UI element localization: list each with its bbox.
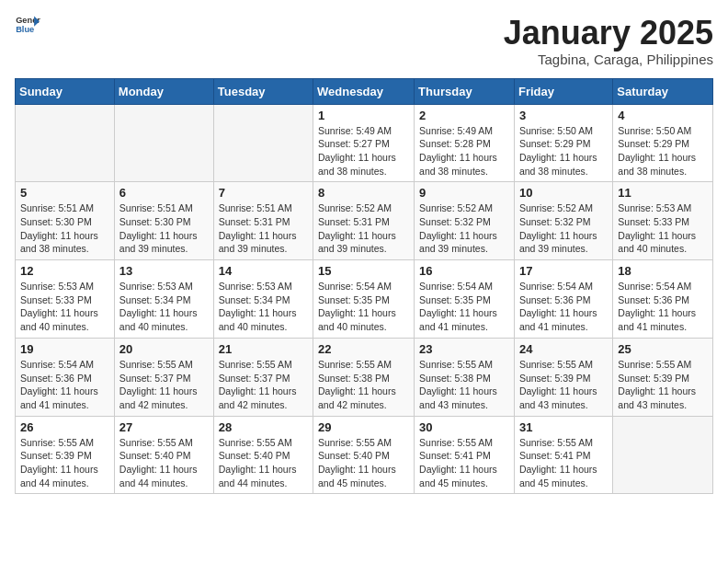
logo-icon: General Blue	[15, 15, 40, 33]
table-row: 25Sunrise: 5:55 AM Sunset: 5:39 PM Dayli…	[613, 338, 713, 416]
table-row: 7Sunrise: 5:51 AM Sunset: 5:31 PM Daylig…	[213, 182, 313, 260]
day-number: 25	[618, 342, 708, 356]
day-number: 19	[20, 342, 109, 356]
day-number: 21	[219, 342, 308, 356]
day-info: Sunrise: 5:54 AM Sunset: 5:36 PM Dayligh…	[20, 358, 109, 412]
day-number: 8	[318, 186, 409, 200]
table-row: 13Sunrise: 5:53 AM Sunset: 5:34 PM Dayli…	[114, 260, 213, 339]
day-number: 20	[119, 342, 209, 356]
day-info: Sunrise: 5:55 AM Sunset: 5:37 PM Dayligh…	[219, 358, 308, 412]
table-row: 11Sunrise: 5:53 AM Sunset: 5:33 PM Dayli…	[613, 182, 713, 260]
day-info: Sunrise: 5:55 AM Sunset: 5:39 PM Dayligh…	[20, 436, 109, 490]
table-row	[213, 104, 313, 182]
table-row	[613, 416, 713, 494]
table-row: 21Sunrise: 5:55 AM Sunset: 5:37 PM Dayli…	[213, 338, 313, 416]
logo: General Blue	[15, 15, 40, 33]
header-sunday: Sunday	[16, 78, 115, 104]
day-number: 5	[20, 186, 109, 200]
calendar-title: January 2025	[504, 15, 713, 52]
day-info: Sunrise: 5:53 AM Sunset: 5:34 PM Dayligh…	[219, 280, 308, 334]
day-number: 3	[519, 109, 608, 122]
day-info: Sunrise: 5:55 AM Sunset: 5:40 PM Dayligh…	[318, 436, 409, 490]
day-number: 6	[119, 186, 209, 200]
day-number: 12	[20, 264, 109, 278]
day-number: 24	[519, 342, 608, 356]
day-info: Sunrise: 5:52 AM Sunset: 5:31 PM Dayligh…	[318, 201, 409, 256]
table-row: 1Sunrise: 5:49 AM Sunset: 5:27 PM Daylig…	[313, 104, 415, 182]
day-info: Sunrise: 5:54 AM Sunset: 5:35 PM Dayligh…	[419, 280, 509, 334]
day-info: Sunrise: 5:51 AM Sunset: 5:30 PM Dayligh…	[20, 201, 109, 256]
day-info: Sunrise: 5:52 AM Sunset: 5:32 PM Dayligh…	[519, 201, 608, 256]
day-number: 7	[219, 186, 308, 200]
day-number: 29	[318, 420, 409, 434]
day-number: 28	[219, 420, 308, 434]
table-row: 18Sunrise: 5:54 AM Sunset: 5:36 PM Dayli…	[613, 260, 713, 339]
table-row: 24Sunrise: 5:55 AM Sunset: 5:39 PM Dayli…	[514, 338, 612, 416]
day-info: Sunrise: 5:53 AM Sunset: 5:34 PM Dayligh…	[119, 280, 209, 334]
day-number: 26	[20, 420, 109, 434]
day-number: 22	[318, 342, 409, 356]
day-info: Sunrise: 5:53 AM Sunset: 5:33 PM Dayligh…	[618, 201, 708, 256]
day-info: Sunrise: 5:55 AM Sunset: 5:38 PM Dayligh…	[318, 358, 409, 412]
table-row: 30Sunrise: 5:55 AM Sunset: 5:41 PM Dayli…	[415, 416, 515, 494]
day-info: Sunrise: 5:53 AM Sunset: 5:33 PM Dayligh…	[20, 280, 109, 334]
table-row: 28Sunrise: 5:55 AM Sunset: 5:40 PM Dayli…	[213, 416, 313, 494]
table-row: 12Sunrise: 5:53 AM Sunset: 5:33 PM Dayli…	[16, 260, 115, 339]
table-row: 4Sunrise: 5:50 AM Sunset: 5:29 PM Daylig…	[613, 104, 713, 182]
svg-text:Blue: Blue	[16, 25, 34, 33]
day-number: 13	[119, 264, 209, 278]
table-row: 29Sunrise: 5:55 AM Sunset: 5:40 PM Dayli…	[313, 416, 415, 494]
day-number: 27	[119, 420, 209, 434]
weekday-header-row: Sunday Monday Tuesday Wednesday Thursday…	[16, 78, 713, 104]
day-info: Sunrise: 5:51 AM Sunset: 5:30 PM Dayligh…	[119, 201, 209, 256]
calendar-week-row: 19Sunrise: 5:54 AM Sunset: 5:36 PM Dayli…	[16, 338, 713, 416]
table-row	[16, 104, 115, 182]
table-row: 10Sunrise: 5:52 AM Sunset: 5:32 PM Dayli…	[514, 182, 612, 260]
day-info: Sunrise: 5:55 AM Sunset: 5:38 PM Dayligh…	[419, 358, 509, 412]
day-info: Sunrise: 5:55 AM Sunset: 5:41 PM Dayligh…	[519, 436, 608, 490]
calendar-week-row: 12Sunrise: 5:53 AM Sunset: 5:33 PM Dayli…	[16, 260, 713, 339]
table-row: 15Sunrise: 5:54 AM Sunset: 5:35 PM Dayli…	[313, 260, 415, 339]
day-info: Sunrise: 5:55 AM Sunset: 5:41 PM Dayligh…	[419, 436, 509, 490]
day-info: Sunrise: 5:49 AM Sunset: 5:27 PM Dayligh…	[318, 124, 409, 178]
table-row: 3Sunrise: 5:50 AM Sunset: 5:29 PM Daylig…	[514, 104, 612, 182]
day-number: 17	[519, 264, 608, 278]
header-thursday: Thursday	[415, 78, 515, 104]
page-header: General Blue January 2025 Tagbina, Carag…	[15, 15, 713, 67]
day-info: Sunrise: 5:52 AM Sunset: 5:32 PM Dayligh…	[419, 201, 509, 256]
day-number: 4	[618, 109, 708, 122]
header-monday: Monday	[114, 78, 213, 104]
day-number: 31	[519, 420, 608, 434]
table-row: 2Sunrise: 5:49 AM Sunset: 5:28 PM Daylig…	[415, 104, 515, 182]
day-info: Sunrise: 5:55 AM Sunset: 5:40 PM Dayligh…	[219, 436, 308, 490]
calendar-subtitle: Tagbina, Caraga, Philippines	[504, 52, 713, 67]
table-row: 31Sunrise: 5:55 AM Sunset: 5:41 PM Dayli…	[514, 416, 612, 494]
table-row: 14Sunrise: 5:53 AM Sunset: 5:34 PM Dayli…	[213, 260, 313, 339]
day-number: 11	[618, 186, 708, 200]
header-friday: Friday	[514, 78, 612, 104]
day-number: 23	[419, 342, 509, 356]
day-number: 14	[219, 264, 308, 278]
day-info: Sunrise: 5:54 AM Sunset: 5:36 PM Dayligh…	[618, 280, 708, 334]
day-number: 10	[519, 186, 608, 200]
table-row: 17Sunrise: 5:54 AM Sunset: 5:36 PM Dayli…	[514, 260, 612, 339]
table-row: 22Sunrise: 5:55 AM Sunset: 5:38 PM Dayli…	[313, 338, 415, 416]
day-number: 16	[419, 264, 509, 278]
table-row: 8Sunrise: 5:52 AM Sunset: 5:31 PM Daylig…	[313, 182, 415, 260]
day-info: Sunrise: 5:50 AM Sunset: 5:29 PM Dayligh…	[519, 124, 608, 178]
table-row: 16Sunrise: 5:54 AM Sunset: 5:35 PM Dayli…	[415, 260, 515, 339]
day-number: 18	[618, 264, 708, 278]
table-row: 26Sunrise: 5:55 AM Sunset: 5:39 PM Dayli…	[16, 416, 115, 494]
table-row: 6Sunrise: 5:51 AM Sunset: 5:30 PM Daylig…	[114, 182, 213, 260]
table-row: 9Sunrise: 5:52 AM Sunset: 5:32 PM Daylig…	[415, 182, 515, 260]
table-row: 19Sunrise: 5:54 AM Sunset: 5:36 PM Dayli…	[16, 338, 115, 416]
day-info: Sunrise: 5:49 AM Sunset: 5:28 PM Dayligh…	[419, 124, 509, 178]
header-tuesday: Tuesday	[213, 78, 313, 104]
day-number: 1	[318, 109, 409, 122]
day-info: Sunrise: 5:50 AM Sunset: 5:29 PM Dayligh…	[618, 124, 708, 178]
day-number: 9	[419, 186, 509, 200]
calendar-table: Sunday Monday Tuesday Wednesday Thursday…	[15, 78, 713, 495]
calendar-week-row: 1Sunrise: 5:49 AM Sunset: 5:27 PM Daylig…	[16, 104, 713, 182]
day-info: Sunrise: 5:55 AM Sunset: 5:40 PM Dayligh…	[119, 436, 209, 490]
calendar-week-row: 5Sunrise: 5:51 AM Sunset: 5:30 PM Daylig…	[16, 182, 713, 260]
